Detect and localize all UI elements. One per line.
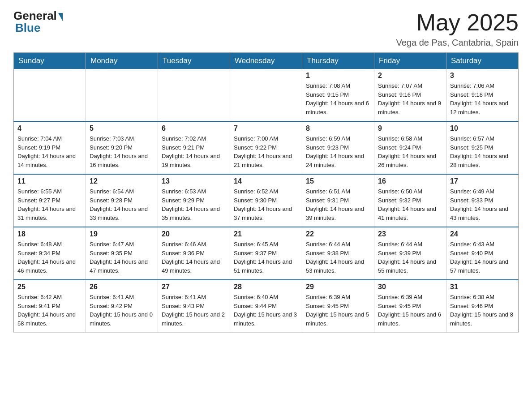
day-number: 13 bbox=[162, 177, 226, 185]
calendar-cell: 5Sunrise: 7:03 AMSunset: 9:20 PMDaylight… bbox=[86, 121, 158, 174]
day-info: Sunrise: 6:49 AMSunset: 9:33 PMDaylight:… bbox=[450, 187, 515, 222]
day-info: Sunrise: 6:57 AMSunset: 9:25 PMDaylight:… bbox=[450, 134, 515, 169]
day-info: Sunrise: 6:58 AMSunset: 9:24 PMDaylight:… bbox=[378, 134, 442, 169]
day-number: 14 bbox=[234, 177, 298, 185]
day-info: Sunrise: 6:44 AMSunset: 9:38 PMDaylight:… bbox=[306, 240, 370, 275]
day-of-week-header: Thursday bbox=[302, 53, 374, 69]
day-number: 22 bbox=[306, 230, 370, 238]
day-number: 4 bbox=[17, 124, 82, 133]
calendar-cell: 26Sunrise: 6:41 AMSunset: 9:42 PMDayligh… bbox=[86, 280, 158, 333]
calendar-week-row: 4Sunrise: 7:04 AMSunset: 9:19 PMDaylight… bbox=[14, 121, 519, 174]
calendar-cell: 14Sunrise: 6:52 AMSunset: 9:30 PMDayligh… bbox=[230, 174, 302, 227]
day-number: 7 bbox=[234, 124, 298, 133]
day-info: Sunrise: 7:06 AMSunset: 9:18 PMDaylight:… bbox=[450, 81, 515, 116]
day-number: 3 bbox=[450, 72, 515, 80]
day-number: 1 bbox=[306, 72, 370, 80]
day-number: 30 bbox=[378, 283, 442, 291]
day-number: 12 bbox=[90, 177, 154, 185]
day-number: 10 bbox=[450, 124, 515, 133]
day-number: 11 bbox=[17, 177, 82, 185]
calendar-cell: 19Sunrise: 6:47 AMSunset: 9:35 PMDayligh… bbox=[86, 227, 158, 280]
day-number: 24 bbox=[450, 230, 515, 238]
day-number: 19 bbox=[90, 230, 154, 238]
day-info: Sunrise: 6:47 AMSunset: 9:35 PMDaylight:… bbox=[90, 240, 154, 275]
calendar-week-row: 1Sunrise: 7:08 AMSunset: 9:15 PMDaylight… bbox=[14, 69, 519, 121]
day-number: 16 bbox=[378, 177, 442, 185]
days-of-week-row: SundayMondayTuesdayWednesdayThursdayFrid… bbox=[14, 53, 519, 69]
calendar-cell: 31Sunrise: 6:38 AMSunset: 9:46 PMDayligh… bbox=[446, 280, 519, 333]
day-number: 28 bbox=[234, 283, 298, 291]
day-info: Sunrise: 6:55 AMSunset: 9:27 PMDaylight:… bbox=[17, 187, 82, 222]
calendar-cell: 16Sunrise: 6:50 AMSunset: 9:32 PMDayligh… bbox=[374, 174, 446, 227]
calendar-cell: 2Sunrise: 7:07 AMSunset: 9:16 PMDaylight… bbox=[374, 69, 446, 121]
day-info: Sunrise: 7:04 AMSunset: 9:19 PMDaylight:… bbox=[17, 134, 82, 169]
calendar-cell: 3Sunrise: 7:06 AMSunset: 9:18 PMDaylight… bbox=[446, 69, 519, 121]
calendar-cell: 15Sunrise: 6:51 AMSunset: 9:31 PMDayligh… bbox=[302, 174, 374, 227]
day-number: 26 bbox=[90, 283, 154, 291]
calendar-body: 1Sunrise: 7:08 AMSunset: 9:15 PMDaylight… bbox=[14, 69, 519, 333]
logo-arrow-icon bbox=[58, 13, 63, 21]
calendar-cell: 7Sunrise: 7:00 AMSunset: 9:22 PMDaylight… bbox=[230, 121, 302, 174]
calendar-week-row: 25Sunrise: 6:42 AMSunset: 9:41 PMDayligh… bbox=[14, 280, 519, 333]
calendar-cell: 22Sunrise: 6:44 AMSunset: 9:38 PMDayligh… bbox=[302, 227, 374, 280]
calendar-cell: 23Sunrise: 6:44 AMSunset: 9:39 PMDayligh… bbox=[374, 227, 446, 280]
day-info: Sunrise: 6:45 AMSunset: 9:37 PMDaylight:… bbox=[234, 240, 298, 275]
day-info: Sunrise: 7:00 AMSunset: 9:22 PMDaylight:… bbox=[234, 134, 298, 169]
calendar-cell bbox=[86, 69, 158, 121]
day-number: 8 bbox=[306, 124, 370, 133]
day-info: Sunrise: 6:43 AMSunset: 9:40 PMDaylight:… bbox=[450, 240, 515, 275]
day-info: Sunrise: 6:48 AMSunset: 9:34 PMDaylight:… bbox=[17, 240, 82, 275]
day-number: 15 bbox=[306, 177, 370, 185]
logo-blue-text: Blue bbox=[15, 21, 40, 35]
calendar-cell: 18Sunrise: 6:48 AMSunset: 9:34 PMDayligh… bbox=[14, 227, 86, 280]
calendar-week-row: 18Sunrise: 6:48 AMSunset: 9:34 PMDayligh… bbox=[14, 227, 519, 280]
day-info: Sunrise: 6:39 AMSunset: 9:45 PMDaylight:… bbox=[306, 293, 370, 328]
day-number: 6 bbox=[162, 124, 226, 133]
calendar-cell: 25Sunrise: 6:42 AMSunset: 9:41 PMDayligh… bbox=[14, 280, 86, 333]
day-info: Sunrise: 6:54 AMSunset: 9:28 PMDaylight:… bbox=[90, 187, 154, 222]
day-number: 21 bbox=[234, 230, 298, 238]
day-info: Sunrise: 6:39 AMSunset: 9:45 PMDaylight:… bbox=[378, 293, 442, 328]
calendar-cell bbox=[158, 69, 230, 121]
calendar-cell: 12Sunrise: 6:54 AMSunset: 9:28 PMDayligh… bbox=[86, 174, 158, 227]
calendar-cell bbox=[14, 69, 86, 121]
day-info: Sunrise: 7:03 AMSunset: 9:20 PMDaylight:… bbox=[90, 134, 154, 169]
calendar-cell: 9Sunrise: 6:58 AMSunset: 9:24 PMDaylight… bbox=[374, 121, 446, 174]
day-number: 23 bbox=[378, 230, 442, 238]
calendar-cell: 8Sunrise: 6:59 AMSunset: 9:23 PMDaylight… bbox=[302, 121, 374, 174]
calendar-cell: 4Sunrise: 7:04 AMSunset: 9:19 PMDaylight… bbox=[14, 121, 86, 174]
day-info: Sunrise: 7:07 AMSunset: 9:16 PMDaylight:… bbox=[378, 81, 442, 116]
day-of-week-header: Monday bbox=[86, 53, 158, 69]
calendar-table: SundayMondayTuesdayWednesdayThursdayFrid… bbox=[13, 52, 519, 333]
calendar-cell: 11Sunrise: 6:55 AMSunset: 9:27 PMDayligh… bbox=[14, 174, 86, 227]
day-info: Sunrise: 6:42 AMSunset: 9:41 PMDaylight:… bbox=[17, 293, 82, 328]
page-header: General Blue May 2025 Vega de Pas, Canta… bbox=[13, 9, 519, 48]
day-info: Sunrise: 7:08 AMSunset: 9:15 PMDaylight:… bbox=[306, 81, 370, 116]
calendar-cell: 29Sunrise: 6:39 AMSunset: 9:45 PMDayligh… bbox=[302, 280, 374, 333]
calendar-cell: 21Sunrise: 6:45 AMSunset: 9:37 PMDayligh… bbox=[230, 227, 302, 280]
calendar-cell: 28Sunrise: 6:40 AMSunset: 9:44 PMDayligh… bbox=[230, 280, 302, 333]
calendar-cell: 20Sunrise: 6:46 AMSunset: 9:36 PMDayligh… bbox=[158, 227, 230, 280]
calendar-cell: 24Sunrise: 6:43 AMSunset: 9:40 PMDayligh… bbox=[446, 227, 519, 280]
day-info: Sunrise: 6:50 AMSunset: 9:32 PMDaylight:… bbox=[378, 187, 442, 222]
day-number: 18 bbox=[17, 230, 82, 238]
day-info: Sunrise: 6:52 AMSunset: 9:30 PMDaylight:… bbox=[234, 187, 298, 222]
day-info: Sunrise: 6:51 AMSunset: 9:31 PMDaylight:… bbox=[306, 187, 370, 222]
day-info: Sunrise: 6:41 AMSunset: 9:43 PMDaylight:… bbox=[162, 293, 226, 328]
day-info: Sunrise: 6:44 AMSunset: 9:39 PMDaylight:… bbox=[378, 240, 442, 275]
day-info: Sunrise: 6:40 AMSunset: 9:44 PMDaylight:… bbox=[234, 293, 298, 328]
day-info: Sunrise: 7:02 AMSunset: 9:21 PMDaylight:… bbox=[162, 134, 226, 169]
day-info: Sunrise: 6:59 AMSunset: 9:23 PMDaylight:… bbox=[306, 134, 370, 169]
day-info: Sunrise: 6:41 AMSunset: 9:42 PMDaylight:… bbox=[90, 293, 154, 328]
day-of-week-header: Friday bbox=[374, 53, 446, 69]
day-info: Sunrise: 6:46 AMSunset: 9:36 PMDaylight:… bbox=[162, 240, 226, 275]
day-number: 9 bbox=[378, 124, 442, 133]
location-subtitle: Vega de Pas, Cantabria, Spain bbox=[396, 38, 519, 48]
day-number: 17 bbox=[450, 177, 515, 185]
day-number: 25 bbox=[17, 283, 82, 291]
calendar-cell: 10Sunrise: 6:57 AMSunset: 9:25 PMDayligh… bbox=[446, 121, 519, 174]
day-number: 20 bbox=[162, 230, 226, 238]
day-of-week-header: Sunday bbox=[14, 53, 86, 69]
main-title: May 2025 bbox=[396, 9, 519, 36]
calendar-cell bbox=[230, 69, 302, 121]
